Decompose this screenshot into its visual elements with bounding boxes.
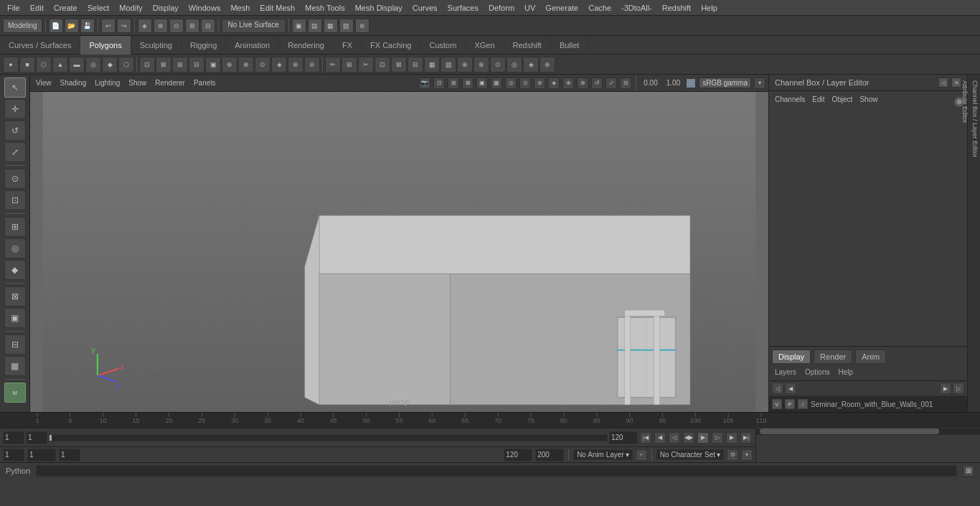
cylinder-icon[interactable]: ⬡ (36, 57, 52, 72)
snap-to-point-icon[interactable]: ◆ (4, 260, 26, 280)
char-set-settings[interactable]: ⚙ (727, 449, 738, 461)
menu-edit-mesh[interactable]: Edit Mesh (255, 2, 299, 14)
cube-icon[interactable]: ■ (19, 57, 35, 72)
channel-box-close-left[interactable]: ◁ (938, 78, 948, 88)
status-field3[interactable] (59, 449, 80, 462)
play-back-btn[interactable]: ◀▶ (683, 432, 694, 444)
snap-to-curve-icon[interactable]: ◎ (4, 238, 26, 258)
menu-redshift[interactable]: Redshift (658, 2, 695, 14)
edit3-icon[interactable]: ✂ (358, 57, 374, 72)
cone-icon[interactable]: ▲ (52, 57, 68, 72)
render2-icon[interactable]: ▤ (308, 19, 322, 33)
timeline-ruler[interactable]: 1510152025303540455055606570758085909510… (30, 413, 768, 428)
tab-edit[interactable]: Edit (809, 94, 827, 108)
vp-menu-panels[interactable]: Panels (191, 78, 219, 88)
display-layer-icon[interactable]: ⊟ (4, 334, 26, 355)
edit14-icon[interactable]: ⊛ (540, 57, 555, 72)
deform10-icon[interactable]: ⊛ (288, 57, 303, 72)
char-set-extra[interactable]: ▾ (741, 449, 753, 461)
tab-show[interactable]: Show (857, 94, 880, 108)
paint-icon[interactable]: ⊙ (169, 19, 184, 33)
menu-cache[interactable]: Cache (584, 2, 616, 14)
layer-scrollbar[interactable] (756, 428, 980, 435)
current-frame-field[interactable] (26, 431, 47, 444)
snap2-icon[interactable]: ⊟ (201, 19, 215, 33)
tab-channels[interactable]: Channels (772, 94, 808, 108)
tab-fx-caching[interactable]: FX Caching (362, 36, 420, 55)
vp-icon11[interactable]: ⊕ (562, 78, 574, 89)
edit1-icon[interactable]: ✏ (325, 57, 341, 72)
prism-icon[interactable]: ◆ (102, 57, 118, 72)
prev-frame-btn[interactable]: ◀ (654, 432, 666, 444)
char-set-dropdown[interactable]: No Character Set ▾ (656, 449, 724, 460)
menu-windows[interactable]: Windows (184, 2, 225, 14)
prev-key-btn[interactable]: ◁ (669, 432, 680, 444)
anim-layer-dropdown[interactable]: No Anim Layer ▾ (573, 449, 633, 460)
range-end-field[interactable] (535, 449, 564, 462)
vp-menu-renderer[interactable]: Renderer (152, 78, 188, 88)
menu-mesh-display[interactable]: Mesh Display (351, 2, 407, 14)
snap1-icon[interactable]: ⊞ (185, 19, 199, 33)
save-scene-icon[interactable]: 💾 (80, 19, 95, 33)
camera-sel-icon[interactable]: 📷 (419, 78, 430, 89)
frame-slider[interactable] (49, 434, 608, 441)
vp-icon15[interactable]: ⊟ (620, 78, 631, 89)
grid-icon[interactable]: ▦ (4, 356, 26, 376)
menu-modify[interactable]: Modify (115, 2, 146, 14)
deform4-icon[interactable]: ⊟ (189, 57, 204, 72)
soft-select-icon[interactable]: ⊙ (4, 169, 26, 189)
menu-create[interactable]: Create (50, 2, 82, 14)
edit9-icon[interactable]: ⊕ (457, 57, 473, 72)
layer-p-toggle[interactable]: P (785, 399, 795, 409)
start-frame-field[interactable] (3, 431, 24, 444)
vp-menu-shading[interactable]: Shading (57, 78, 90, 88)
tab-fx[interactable]: FX (334, 36, 362, 55)
menu-display[interactable]: Display (149, 2, 183, 14)
select-tool-icon[interactable]: ↖ (4, 78, 26, 98)
playback-end-field[interactable] (609, 431, 638, 444)
menu-curves[interactable]: Curves (408, 2, 442, 14)
vp-menu-show[interactable]: Show (126, 78, 149, 88)
live-surface-button[interactable]: No Live Surface (222, 19, 286, 33)
menu-mesh-tools[interactable]: Mesh Tools (301, 2, 349, 14)
sub-tab-help[interactable]: Help (835, 367, 856, 378)
torus-icon[interactable]: ◎ (85, 57, 101, 72)
vp-icon4[interactable]: ⊠ (462, 78, 473, 89)
lasso-icon[interactable]: ⊗ (154, 19, 168, 33)
menu-surfaces[interactable]: Surfaces (443, 2, 483, 14)
edit2-icon[interactable]: ⊞ (341, 57, 357, 72)
sphere-icon[interactable]: ● (3, 57, 19, 72)
python-run-btn[interactable]: ⊞ (963, 465, 974, 477)
deform9-icon[interactable]: ◈ (271, 57, 287, 72)
deform2-icon[interactable]: ⊠ (156, 57, 171, 72)
mode-selector[interactable]: Modeling (3, 19, 42, 33)
layer-tab-anim[interactable]: Anim (855, 350, 886, 364)
vtab-channel-box[interactable]: Channel Box / Layer Editor (970, 75, 980, 412)
vp-icon8[interactable]: ⊙ (519, 78, 531, 89)
edit4-icon[interactable]: ⊡ (374, 57, 390, 72)
viewport[interactable]: x y z persp (30, 92, 768, 412)
scale-tool-icon[interactable]: ⤢ (4, 142, 26, 162)
vp-icon5[interactable]: ▣ (476, 78, 488, 89)
snap-to-grid-icon[interactable]: ⊞ (4, 217, 26, 237)
menu-help[interactable]: Help (697, 2, 722, 14)
tab-curves-surfaces[interactable]: Curves / Surfaces (0, 36, 80, 55)
anim-layer-add[interactable]: + (636, 449, 647, 461)
go-end-btn[interactable]: ▶| (740, 432, 752, 444)
vp-icon9[interactable]: ⊛ (534, 78, 545, 89)
layer-prev-icon[interactable]: ◁ (772, 383, 783, 394)
vp-icon10[interactable]: ◈ (548, 78, 560, 89)
menu-3dtoll[interactable]: -3DtoAll- (617, 2, 656, 14)
redo-icon[interactable]: ↪ (117, 19, 131, 33)
vp-icon6[interactable]: ▦ (491, 78, 502, 89)
menu-file[interactable]: File (3, 2, 24, 14)
deform11-icon[interactable]: ⊜ (304, 57, 320, 72)
playback-end-field2[interactable] (504, 449, 532, 462)
deform8-icon[interactable]: ⊙ (255, 57, 270, 72)
next-key-btn[interactable]: ▷ (712, 432, 723, 444)
move-tool-icon[interactable]: ✛ (4, 99, 26, 119)
undo-icon[interactable]: ↩ (101, 19, 116, 33)
vp-menu-view[interactable]: View (33, 78, 55, 88)
edit8-icon[interactable]: ▧ (440, 57, 456, 72)
vtab-attribute-editor[interactable]: Attribute Editor (960, 75, 970, 412)
